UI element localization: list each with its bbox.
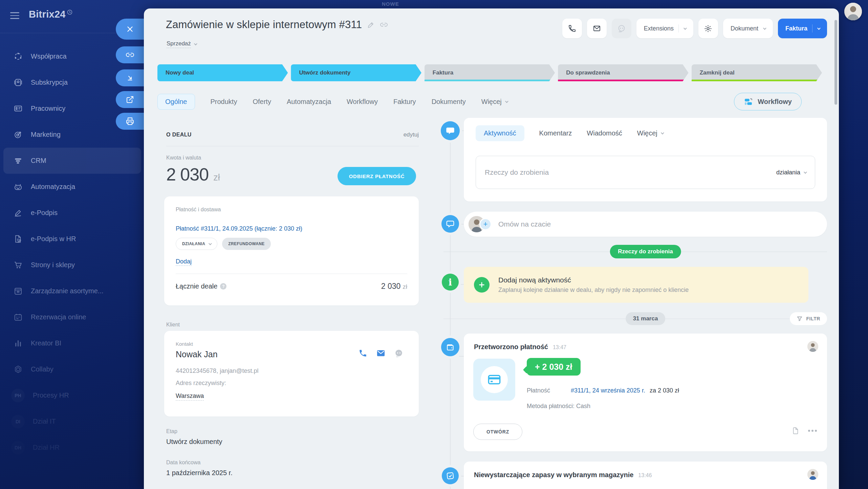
close-slider-button[interactable] xyxy=(116,19,144,40)
tab-dokumenty[interactable]: Dokumenty xyxy=(432,98,466,106)
timeline-tab-aktywnosc[interactable]: Aktywność xyxy=(476,125,524,141)
button-divider xyxy=(678,24,679,33)
workgroup-avatar: DH xyxy=(11,441,25,454)
employees-icon xyxy=(14,104,23,113)
deal-tabs: Ogólne Produkty Oferty Automatyzacja Wor… xyxy=(157,92,827,111)
workflows-button-label: Workflowy xyxy=(758,98,792,106)
timeline-tab-wiadomosc[interactable]: Wiadomość xyxy=(587,129,622,137)
copy-link-button[interactable] xyxy=(116,46,144,63)
timeline-tab-wiecej[interactable]: Więcej xyxy=(637,129,663,137)
todo-input[interactable] xyxy=(485,168,776,176)
collapse-button[interactable] xyxy=(116,69,144,86)
edit-deal-link[interactable]: edytuj xyxy=(404,131,419,138)
workflows-button[interactable]: Workflowy xyxy=(734,93,802,110)
stage-faktura[interactable]: Faktura xyxy=(425,64,555,81)
chat-input[interactable] xyxy=(498,220,822,228)
sidebar-item-strony-sklepy[interactable]: Strony i sklepy xyxy=(3,252,141,278)
email-button[interactable] xyxy=(587,19,607,38)
sidebar-item-automatyzacja[interactable]: Automatyzacja xyxy=(3,174,141,200)
add-activity-plus-icon[interactable] xyxy=(474,277,490,293)
help-icon[interactable]: ? xyxy=(220,283,226,290)
menu-hamburger-icon[interactable] xyxy=(10,9,19,19)
tab-automatyzacja[interactable]: Automatyzacja xyxy=(287,98,331,106)
open-payment-button[interactable]: OTWÓRZ xyxy=(473,424,522,440)
tab-oferty[interactable]: Oferty xyxy=(253,98,271,106)
sidebar-item-zarzadzanie[interactable]: Zarządzanie asortyme... xyxy=(3,278,141,304)
sidebar-item-label: Subskrypcja xyxy=(31,79,68,86)
collapse-icon xyxy=(126,74,134,82)
sidebar-item-collaby[interactable]: Collaby xyxy=(3,356,141,382)
sidebar-item-epodpis-hr[interactable]: e-Podpis w HR xyxy=(3,226,141,252)
todo-actions-dropdown[interactable]: działania xyxy=(776,169,806,176)
tab-wiecej[interactable]: Więcej xyxy=(481,98,507,106)
more-actions-icon[interactable] xyxy=(808,430,817,432)
payment-row-link[interactable]: #311/1, 24 września 2025 r. xyxy=(571,387,645,394)
bitrix24-logo[interactable]: Bitrix24 xyxy=(29,9,72,20)
print-button[interactable] xyxy=(116,113,144,130)
add-payment-link[interactable]: Dodaj xyxy=(176,258,192,266)
stage-utworz-dokumenty[interactable]: Utwórz dokumenty xyxy=(291,64,421,81)
sidebar-item-label: Procesy HR xyxy=(33,391,69,399)
sidebar-item-crm[interactable]: CRM xyxy=(3,148,141,174)
tab-label: Automatyzacja xyxy=(287,98,331,106)
todo-input-box[interactable]: działania xyxy=(476,156,815,189)
funnel-icon xyxy=(797,316,803,322)
contact-email-icon[interactable] xyxy=(376,348,386,358)
pin-note-icon[interactable] xyxy=(792,427,799,434)
tab-produkty[interactable]: Produkty xyxy=(211,98,237,106)
event-author-avatar[interactable] xyxy=(807,341,818,352)
contact-chat-icon xyxy=(394,349,403,358)
edit-title-icon[interactable] xyxy=(367,21,375,28)
invoice-button[interactable]: Faktura xyxy=(778,19,827,38)
copy-title-link-icon[interactable] xyxy=(380,21,388,28)
scrollbar-thumb[interactable] xyxy=(834,20,837,105)
todo-scroll-chip[interactable]: Rzeczy do zrobienia xyxy=(610,245,681,258)
stage-nowy-deal[interactable]: Nowy deal xyxy=(157,64,288,81)
sidebar-item-dzial-it[interactable]: DI Dział IT xyxy=(3,408,141,434)
address-value[interactable]: Warszawa xyxy=(176,392,204,401)
sidebar-item-kreator-bi[interactable]: Kreator BI xyxy=(3,330,141,356)
timeline-tab-komentarz[interactable]: Komentarz xyxy=(539,129,572,137)
event-author-avatar[interactable] xyxy=(807,469,818,480)
add-chat-participant-button[interactable]: + xyxy=(479,218,492,230)
payment-link[interactable]: Płatność #311/1, 24.09.2025 (łącznie: 2 … xyxy=(176,225,302,232)
extensions-label: Extensions xyxy=(644,25,674,32)
settings-button[interactable] xyxy=(698,19,718,38)
tab-label: Aktywność xyxy=(484,129,516,137)
chevron-down-icon xyxy=(505,100,508,103)
collect-payment-button[interactable]: ODBIERZ PŁATNOŚĆ xyxy=(338,167,416,185)
contact-call-icon[interactable] xyxy=(359,349,367,358)
tab-faktury[interactable]: Faktury xyxy=(393,98,416,106)
sidebar-item-epodpis[interactable]: e-Podpis xyxy=(3,200,141,226)
banner-title: Dodaj nową aktywność xyxy=(498,276,689,284)
extensions-button[interactable]: Extensions xyxy=(636,19,693,38)
banner-subtitle: Zaplanuj kolejne działanie w dealu, aby … xyxy=(498,286,689,294)
close-icon xyxy=(126,25,134,34)
client-card: Kontakt Nowak Jan 442012345678, janjan@t… xyxy=(164,331,419,417)
pipeline-selector[interactable]: Sprzedaż xyxy=(167,40,196,48)
event-time: 13:47 xyxy=(553,344,566,350)
payment-section-label: Płatność i dostawa xyxy=(176,207,407,213)
stage-zamknij-deal[interactable]: Zamknij deal xyxy=(692,64,822,81)
sidebar-item-rezerwacja[interactable]: Rezerwacja online xyxy=(3,304,141,330)
client-label: Klient xyxy=(166,322,180,328)
tab-ogolne[interactable]: Ogólne xyxy=(157,94,195,110)
tab-workflowy[interactable]: Workflowy xyxy=(347,98,378,106)
add-activity-banner[interactable]: Dodaj nową aktywność Zaplanuj kolejne dz… xyxy=(464,267,808,303)
chat-composer[interactable]: + xyxy=(464,212,827,237)
sidebar-item-dzial-hr[interactable]: DH Dział HR xyxy=(3,434,141,461)
call-button[interactable] xyxy=(562,19,582,38)
stage-do-sprawdzenia[interactable]: Do sprawdzenia xyxy=(558,64,688,81)
sidebar-item-label: Zarządzanie asortyme... xyxy=(31,287,104,295)
open-in-new-button[interactable] xyxy=(116,91,144,108)
sidebar-item-procesy-hr[interactable]: PH Procesy HR xyxy=(3,382,141,408)
document-button[interactable]: Dokument xyxy=(723,19,773,38)
user-avatar[interactable] xyxy=(844,3,862,20)
chevron-down-icon xyxy=(804,170,807,174)
todo-actions-label: działania xyxy=(776,169,800,176)
payment-event-card: Przetworzono płatność 13:47 + 2 030 zł P… xyxy=(464,334,827,451)
actions-badge-dropdown[interactable]: DZIAŁANIA xyxy=(176,238,217,250)
contact-name[interactable]: Nowak Jan xyxy=(176,349,218,359)
todo-chip-row: Rzeczy do zrobienia xyxy=(464,245,827,258)
filter-button[interactable]: FILTR xyxy=(790,312,827,325)
